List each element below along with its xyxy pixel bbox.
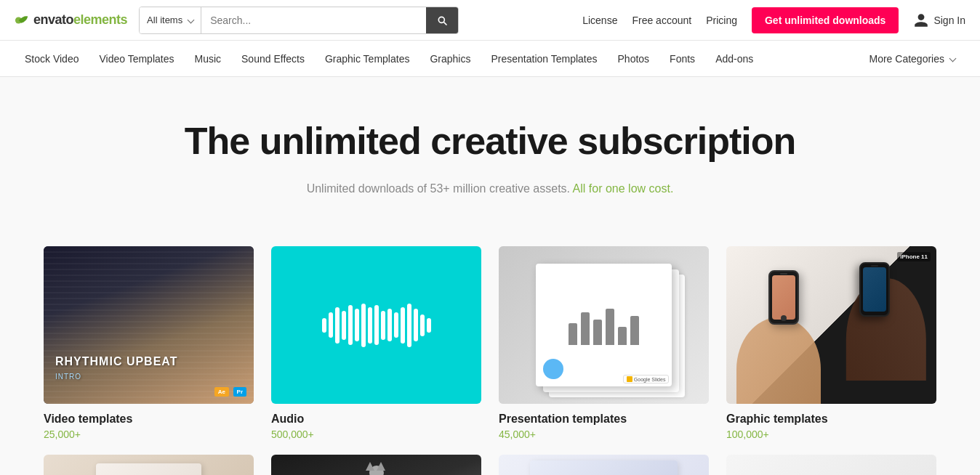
- card-graphic-count: 100,000+: [726, 429, 936, 440]
- premiere-badge: Pr: [233, 387, 246, 397]
- partial-cards-row: [0, 455, 980, 475]
- video-card-text: RHYTHMIC UPBEAT INTRO: [55, 354, 177, 382]
- nav-graphics[interactable]: Graphics: [419, 41, 481, 76]
- card-video-templates[interactable]: RHYTHMIC UPBEAT INTRO Pr Ae Video templa…: [44, 246, 254, 440]
- card-video-title: Video templates: [44, 413, 254, 426]
- partial-card-3[interactable]: [499, 455, 709, 475]
- card-audio[interactable]: Audio 500,000+: [271, 246, 481, 440]
- nav-add-ons[interactable]: Add-ons: [705, 41, 763, 76]
- leaf-icon: [15, 12, 31, 28]
- partial-card-2[interactable]: [271, 455, 481, 475]
- card-graphic-image: iPhone 11: [726, 246, 936, 404]
- nav-more-categories[interactable]: More Categories: [859, 41, 966, 76]
- hero-section: The unlimited creative subscription Unli…: [0, 77, 980, 224]
- logo-envato-text: envato: [33, 12, 73, 28]
- iphone-label: iPhone 11: [897, 252, 931, 261]
- nav-music[interactable]: Music: [184, 41, 231, 76]
- waveform: [322, 304, 431, 347]
- nav-sound-effects[interactable]: Sound Effects: [231, 41, 315, 76]
- header: envatoelements All items License Free ac…: [0, 0, 980, 41]
- hero-subtitle-plain: Unlimited downloads of 53+ million creat…: [307, 182, 570, 195]
- card-presentation-image: Google Slides: [499, 246, 709, 404]
- free-account-link[interactable]: Free account: [632, 15, 691, 26]
- secondary-nav: Stock Video Video Templates Music Sound …: [0, 41, 980, 77]
- logo-elements-text: elements: [73, 12, 127, 28]
- license-link[interactable]: License: [582, 15, 617, 26]
- sign-in-label: Sign In: [933, 15, 965, 26]
- search-input[interactable]: [201, 7, 426, 33]
- sign-in-area[interactable]: Sign In: [913, 12, 965, 28]
- category-cards-section: RHYTHMIC UPBEAT INTRO Pr Ae Video templa…: [0, 224, 980, 455]
- pricing-link[interactable]: Pricing: [706, 15, 737, 26]
- card-audio-title: Audio: [271, 413, 481, 426]
- card-graphic-templates[interactable]: iPhone 11 Graphic templates 100,000+: [726, 246, 936, 440]
- logo[interactable]: envatoelements: [15, 12, 127, 28]
- nav-stock-video[interactable]: Stock Video: [15, 41, 89, 76]
- partial-card-1[interactable]: [44, 455, 254, 475]
- hero-subtitle: Unlimited downloads of 53+ million creat…: [15, 182, 965, 195]
- chevron-down-icon: [188, 17, 195, 24]
- chevron-more-icon: [949, 55, 957, 62]
- search-icon: [436, 15, 448, 26]
- card-presentation-templates[interactable]: Google Slides Presentation templates 45,…: [499, 246, 709, 440]
- card-video-count: 25,000+: [44, 429, 254, 440]
- card-presentation-title: Presentation templates: [499, 413, 709, 426]
- nav-fonts[interactable]: Fonts: [659, 41, 705, 76]
- search-category-dropdown[interactable]: All items: [140, 7, 201, 33]
- nav-presentation-templates[interactable]: Presentation Templates: [481, 41, 607, 76]
- nav-photos[interactable]: Photos: [608, 41, 660, 76]
- nav-video-templates[interactable]: Video Templates: [89, 41, 184, 76]
- partial-card-4[interactable]: [726, 455, 936, 475]
- card-graphic-title: Graphic templates: [726, 413, 936, 426]
- search-category-label: All items: [147, 15, 182, 25]
- search-button[interactable]: [426, 7, 458, 33]
- card-audio-count: 500,000+: [271, 429, 481, 440]
- card-presentation-count: 45,000+: [499, 429, 709, 440]
- header-nav: License Free account Pricing Get unlimit…: [582, 7, 965, 33]
- get-unlimited-button[interactable]: Get unlimited downloads: [752, 7, 899, 33]
- nav-graphic-templates[interactable]: Graphic Templates: [315, 41, 419, 76]
- card-audio-image: [271, 246, 481, 404]
- ae-badge: Ae: [214, 387, 229, 397]
- hero-heading: The unlimited creative subscription: [15, 121, 965, 162]
- search-bar: All items: [139, 7, 459, 34]
- hero-subtitle-highlight: All for one low cost.: [573, 182, 674, 195]
- user-icon: [913, 12, 929, 28]
- cards-grid: RHYTHMIC UPBEAT INTRO Pr Ae Video templa…: [44, 246, 936, 440]
- google-slides-badge: Google Slides: [623, 375, 670, 383]
- card-video-image: RHYTHMIC UPBEAT INTRO Pr Ae: [44, 246, 254, 404]
